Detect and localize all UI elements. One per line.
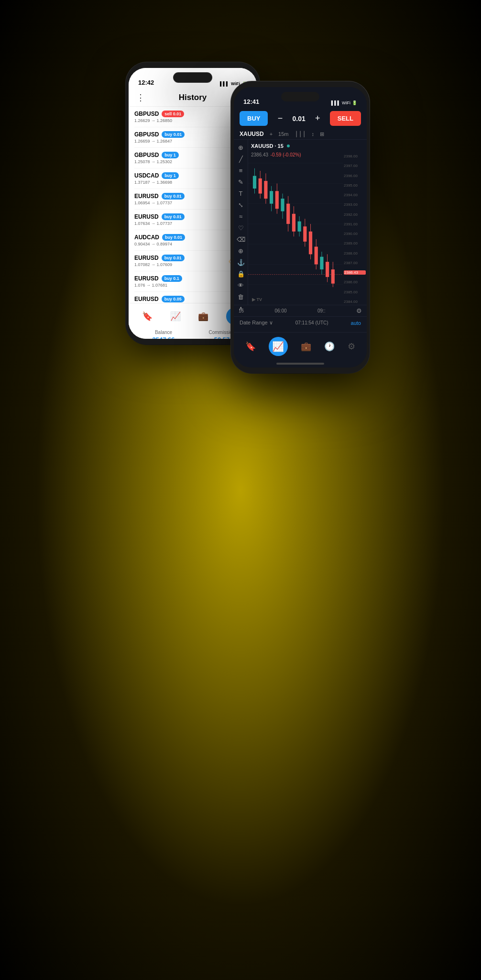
date-range-bar: Date Range ∨ 07:11:54 (UTC) auto [234, 316, 367, 329]
trash-tool[interactable]: 🗑 [236, 292, 245, 302]
trade-type-badge: buy 0.01 [162, 131, 185, 138]
price-2389: 2389.00 [344, 241, 366, 245]
trendline-tool[interactable]: ╱ [238, 154, 244, 164]
trade-left: EURUSD buy 0.01 1.07634 → 1.07737 [134, 213, 231, 226]
add-symbol-button[interactable]: + [270, 131, 273, 137]
chart-area: ⊕ ╱ ≡ ✎ T ⤡ ≈ ♡ ⌫ ⊕ ⚓ 🔒 👁 🗑 ∧ [234, 140, 367, 305]
date-range-label: Date Range ∨ [240, 320, 273, 326]
online-indicator [287, 145, 290, 147]
buy-button[interactable]: BUY [240, 111, 268, 126]
price-2397: 2397.00 [344, 164, 366, 168]
date-range-button[interactable]: Date Range ∨ [240, 320, 273, 326]
timeframe-button[interactable]: 15m [278, 131, 288, 137]
trade-left: EURUSD buy 0.1 1.076 → 1.07681 [134, 275, 231, 288]
svg-rect-35 [326, 262, 329, 277]
measure-tool[interactable]: ⤡ [237, 200, 245, 210]
svg-rect-9 [253, 176, 256, 189]
trade-prices: 1.06954 → 1.07737 [134, 200, 231, 205]
favorites-tool[interactable]: ♡ [237, 223, 245, 233]
plus-button[interactable]: + [313, 113, 322, 123]
drawing-toolbar: ⊕ ╱ ≡ ✎ T ⤡ ≈ ♡ ⌫ ⊕ ⚓ 🔒 👁 🗑 ∧ [234, 140, 248, 305]
trade-prices: 1.076 → 1.07681 [134, 283, 231, 288]
lock-tool[interactable]: 🔒 [236, 269, 246, 279]
trade-symbol: USDCAD [134, 172, 159, 179]
zoom-tool[interactable]: ⊕ [237, 246, 245, 256]
nav-bookmark[interactable]: 🔖 [138, 309, 156, 323]
trade-symbol-row: EURUSD buy 0.01 [134, 255, 229, 261]
price-2398: 2398.00 [344, 154, 366, 158]
tradingview-logo: ▶ TV [252, 297, 262, 302]
symbol-label: XAUUSD [240, 131, 264, 137]
fib-tool[interactable]: ≈ [238, 212, 244, 222]
anchor-tool[interactable]: ⚓ [236, 257, 246, 267]
settings-button[interactable]: ⚙ [356, 307, 362, 314]
timeframe-label: 15m [278, 131, 288, 137]
nav-briefcase[interactable]: 💼 [194, 309, 212, 323]
trade-type-badge: buy 0.1 [162, 275, 182, 282]
nav-front-settings[interactable]: ⚙ [348, 341, 355, 352]
trade-type-badge: buy 0.05 [162, 296, 185, 302]
chart-icon: 📈 [170, 311, 181, 322]
price-2391: 2391.00 [344, 222, 366, 226]
trade-symbol-row: GBPUSD sell 0.01 [134, 111, 231, 117]
symbol-button[interactable]: XAUUSD [240, 131, 264, 137]
time-front: 12:41 [243, 98, 259, 105]
battery-icon-front: 🔋 [352, 100, 357, 105]
price-2390: 2390.00 [344, 232, 366, 236]
balance-label: Balance [134, 330, 193, 335]
status-icons-front: ▌▌▌ WiFi 🔋 [331, 100, 357, 105]
trade-symbol: GBPUSD [134, 131, 159, 138]
crosshair-tool[interactable]: ⊕ [237, 143, 245, 153]
nav-front-briefcase[interactable]: 💼 [301, 341, 311, 352]
clock-nav-icon: 🕐 [324, 341, 335, 352]
hline-tool[interactable]: ≡ [238, 166, 244, 176]
trade-symbol: AUDCAD [134, 234, 159, 241]
minus-button[interactable]: − [276, 113, 285, 123]
sell-button[interactable]: SELL [330, 111, 361, 126]
price-2386: 2386.00 [344, 280, 366, 284]
trade-prices: 1.26659 → 1.26847 [134, 139, 231, 144]
bottom-nav-front: 🔖 📈 💼 🕐 ⚙ [234, 332, 367, 360]
text-tool[interactable]: T [238, 189, 244, 199]
utc-time: 07:11:54 (UTC) [295, 320, 328, 325]
nav-front-clock[interactable]: 🕐 [324, 341, 335, 352]
price-2395: 2395.00 [344, 183, 366, 188]
trade-prices: 1.37187 → 1.36698 [134, 180, 231, 185]
layout-button[interactable]: ⊞ [320, 131, 324, 137]
draw-button[interactable]: ↕ [312, 131, 315, 137]
menu-icon[interactable]: ⋮ [136, 92, 145, 103]
trade-symbol-row: GBPUSD buy 1 [134, 152, 231, 158]
eraser-tool[interactable]: ⌫ [235, 234, 247, 245]
candlestick-area: XAUUSD · 15 2386.43 -0.59 (-0.02%) [248, 140, 367, 305]
time-label-2: 06:00 [275, 308, 287, 313]
svg-rect-37 [331, 269, 335, 284]
current-price-badge: 2386.43 [344, 270, 366, 275]
time-label-3: 09:: [317, 308, 326, 313]
trade-left: GBPUSD buy 1 1.25078 → 1.25302 [134, 152, 231, 164]
indicators-icon: ⎪⎪⎪ [295, 131, 306, 137]
trade-left: GBPUSD buy 0.01 1.26659 → 1.26847 [134, 131, 231, 144]
eye-tool[interactable]: 👁 [236, 280, 245, 290]
auto-button[interactable]: auto [351, 320, 361, 326]
nav-front-bookmark[interactable]: 🔖 [245, 341, 256, 352]
price-2393: 2393.00 [344, 202, 366, 207]
price-axis: 2398.00 2397.00 2396.00 2395.00 2394.00 … [343, 153, 367, 305]
svg-rect-23 [292, 214, 295, 232]
svg-rect-15 [270, 191, 273, 203]
page-title-back: History [179, 93, 207, 102]
trade-left: EURUSD buy 0.01 1.07082 → 1.07609 [134, 255, 229, 267]
pencil-tool[interactable]: ✎ [237, 177, 245, 187]
trade-symbol-row: GBPUSD buy 0.01 [134, 131, 231, 138]
svg-rect-33 [320, 257, 323, 269]
trade-type-badge: buy 0.01 [162, 255, 185, 261]
trade-type-badge: buy 1 [162, 152, 179, 158]
quantity-display: 0.01 [292, 115, 305, 122]
dynamic-island-back [174, 73, 212, 82]
phone-front-screen: 12:41 ▌▌▌ WiFi 🔋 BUY − 0.01 + SELL XAUUS… [234, 87, 367, 368]
nav-chart[interactable]: 📈 [166, 309, 185, 323]
nav-front-chart-active[interactable]: 📈 [269, 337, 288, 356]
price-2394: 2394.00 [344, 193, 366, 197]
price-2384: 2384.00 [344, 300, 366, 304]
chevron-up-tool[interactable]: ∧ [237, 303, 245, 313]
indicators-button[interactable]: ⎪⎪⎪ [295, 131, 306, 137]
